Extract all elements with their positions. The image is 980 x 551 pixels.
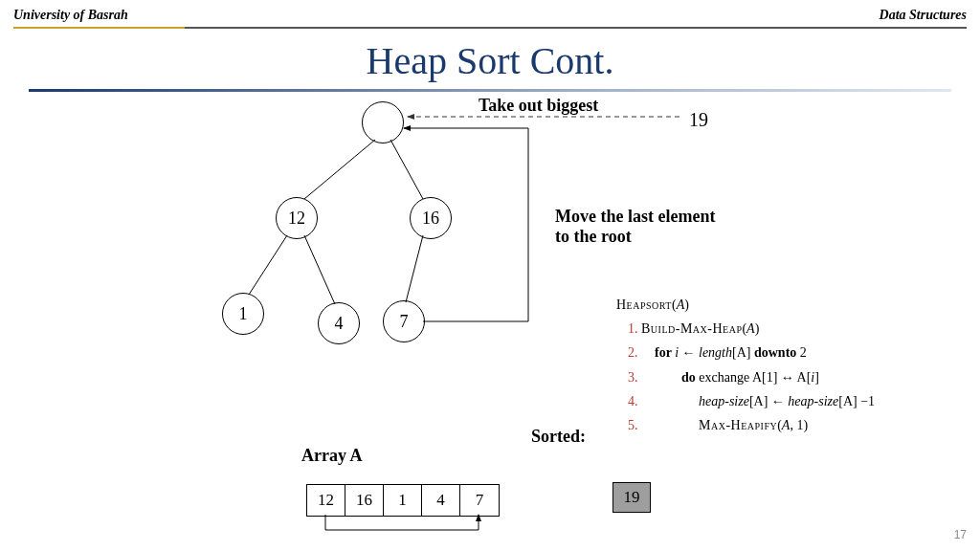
algo-arg: A bbox=[677, 298, 685, 312]
annot-takeout: Take out biggest bbox=[479, 96, 598, 116]
svg-line-1 bbox=[390, 140, 423, 199]
algorithm-box: Heapsort(A) Build-Max-Heap(A) for i ← le… bbox=[616, 293, 942, 437]
node-7: 7 bbox=[383, 300, 425, 342]
svg-line-0 bbox=[304, 140, 375, 199]
algo-token: heap-size bbox=[788, 394, 838, 408]
algo-token: do bbox=[681, 370, 696, 385]
array-cell: 12 bbox=[307, 485, 345, 516]
page-title: Heap Sort Cont. bbox=[0, 38, 980, 83]
algo-name: Heapsort bbox=[616, 298, 672, 312]
algo-token: A bbox=[746, 321, 755, 336]
algo-token: length bbox=[699, 345, 732, 360]
annot-move: Move the last element to the root bbox=[555, 207, 715, 247]
node-1: 1 bbox=[222, 293, 264, 335]
algo-token: for bbox=[655, 345, 675, 360]
algo-step: Build-Max-Heap(A) bbox=[641, 317, 942, 341]
array-a: 12 16 1 4 7 bbox=[306, 484, 500, 517]
array-cell: 16 bbox=[345, 485, 384, 516]
node-16: 16 bbox=[410, 197, 452, 239]
algo-token: ] bbox=[814, 370, 819, 385]
header-rule bbox=[13, 27, 967, 29]
algo-token: 2 bbox=[796, 345, 807, 360]
algo-name-line: Heapsort(A) bbox=[616, 293, 942, 317]
algo-token: [A] bbox=[732, 345, 754, 360]
header-right: Data Structures bbox=[880, 8, 967, 23]
array-cell: 4 bbox=[422, 485, 460, 516]
algo-token: heap-size bbox=[699, 394, 749, 408]
svg-line-4 bbox=[406, 235, 423, 302]
algo-token: exchange A[1] ↔ A[ bbox=[696, 370, 812, 385]
algo-token: , 1) bbox=[790, 418, 808, 432]
svg-line-3 bbox=[304, 235, 335, 304]
algo-step: for i ← length[A] downto 2 bbox=[641, 341, 942, 364]
node-4: 4 bbox=[318, 302, 360, 344]
node-root bbox=[362, 101, 404, 143]
slide-header: University of Basrah Data Structures bbox=[0, 0, 980, 27]
diagram-canvas: Take out biggest 19 Move the last elemen… bbox=[0, 92, 980, 541]
svg-line-2 bbox=[249, 235, 287, 295]
node-12: 12 bbox=[276, 197, 318, 239]
array-cell: 7 bbox=[460, 485, 499, 516]
header-left: University of Basrah bbox=[13, 8, 128, 23]
algo-token: ← bbox=[679, 345, 699, 360]
algo-token: [A] −1 bbox=[838, 394, 875, 408]
algo-token: Build-Max-Heap bbox=[641, 321, 742, 336]
array-cell: 1 bbox=[384, 485, 422, 516]
algo-token: [A] ← bbox=[749, 394, 788, 408]
algo-token: Max-Heapify bbox=[699, 418, 777, 432]
algo-token: ) bbox=[755, 321, 760, 336]
algo-step: do exchange A[1] ↔ A[i] bbox=[641, 365, 942, 389]
algo-token: downto bbox=[754, 345, 796, 360]
page-number: 17 bbox=[954, 528, 967, 541]
algo-step: Max-Heapify(A, 1) bbox=[641, 413, 942, 437]
sorted-cell: 19 bbox=[612, 482, 651, 513]
sorted-label: Sorted: bbox=[531, 427, 586, 447]
array-label: Array A bbox=[301, 446, 362, 466]
algo-step: heap-size[A] ← heap-size[A] −1 bbox=[641, 389, 942, 413]
value-19: 19 bbox=[689, 109, 708, 131]
